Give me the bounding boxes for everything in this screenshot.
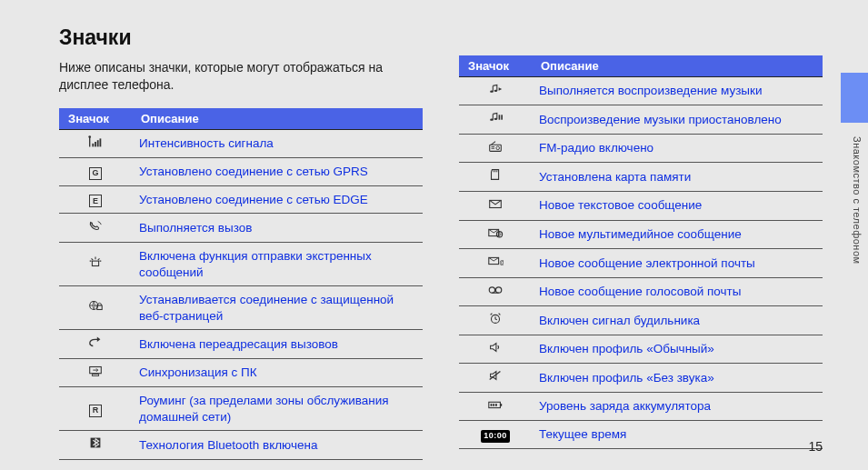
icon-description: Новое сообщение голосовой почты: [532, 277, 823, 306]
icon-description: Установлено соединение с сетью GPRS: [132, 158, 423, 186]
table-row: Установлена карта памяти: [459, 163, 823, 192]
table-row: 10:00Текущее время: [459, 421, 823, 449]
svg-point-14: [494, 118, 498, 120]
table-row: Новое текстовое сообщение: [459, 191, 823, 220]
letter-G-icon: G: [59, 158, 132, 186]
svg-point-27: [495, 286, 501, 292]
icons-table-right: Значок Описание Выполняется воспроизведе…: [459, 55, 823, 449]
table-row: Включен профиль «Без звука»: [459, 364, 823, 393]
table-row: Включен профиль «Обычный»: [459, 335, 823, 364]
sos-icon: [59, 242, 132, 285]
icon-description: Воспроизведение музыки приостановлено: [532, 105, 823, 135]
table-row: @Новое сообщение электронной почты: [459, 249, 823, 278]
letter-E-icon: E: [59, 185, 132, 214]
icon-description: Устанавливается соединение с защищенной …: [132, 286, 423, 330]
svg-point-26: [489, 286, 494, 292]
section-side-label: Знакомство с телефоном: [852, 136, 863, 265]
table-row: RРоуминг (за пределами зоны обслуживания…: [59, 387, 423, 431]
svg-rect-4: [100, 138, 102, 146]
battery-icon: [459, 392, 532, 421]
profile-silent-icon: [459, 364, 532, 393]
svg-rect-30: [500, 404, 502, 406]
columns: Значок Описание Интенсивность сигналаGУс…: [59, 108, 823, 460]
icon-description: Синхронизация с ПК: [132, 358, 423, 387]
table-row: Воспроизведение музыки приостановлено: [459, 105, 823, 135]
sdcard-icon: [459, 163, 532, 192]
profile-normal-icon: [459, 335, 532, 364]
icon-description: Включен сигнал будильника: [532, 306, 823, 335]
svg-point-11: [490, 90, 494, 92]
table-row: Включен сигнал будильника: [459, 306, 823, 335]
svg-rect-20: [492, 148, 495, 149]
mms-icon: [459, 220, 532, 249]
svg-rect-31: [491, 404, 493, 406]
intro-text: Ниже описаны значки, которые могут отобр…: [59, 59, 423, 94]
table-row: GУстановлено соединение с сетью GPRS: [59, 158, 423, 186]
radio-icon: [459, 134, 532, 163]
icons-table-left: Значок Описание Интенсивность сигналаGУс…: [59, 108, 423, 460]
svg-rect-19: [492, 146, 495, 147]
bluetooth-icon: [59, 431, 132, 460]
col-header-icon: Значок: [459, 55, 532, 77]
icon-description: Выполняется вызов: [132, 214, 423, 243]
page-number: 15: [808, 439, 823, 454]
col-header-desc: Описание: [532, 55, 823, 77]
svg-rect-33: [495, 404, 497, 406]
time-icon: 10:00: [459, 421, 532, 449]
svg-rect-9: [92, 374, 98, 375]
svg-point-18: [496, 146, 500, 150]
svg-point-12: [494, 89, 498, 91]
music-pause-icon: [459, 105, 532, 135]
forward-icon: [59, 330, 132, 359]
letter-R-icon: R: [59, 387, 132, 431]
icon-description: Новое текстовое сообщение: [532, 191, 823, 220]
icon-description: FM-радио включено: [532, 134, 823, 163]
icon-description: Включен профиль «Без звука»: [532, 364, 823, 393]
icon-description: Включена функция отправки экстренных соо…: [132, 242, 423, 285]
icon-description: Включена переадресация вызовов: [132, 330, 423, 359]
svg-rect-1: [92, 144, 94, 147]
svg-rect-32: [493, 404, 494, 406]
table-row: Включена переадресация вызовов: [59, 330, 423, 359]
music-play-icon: [459, 76, 532, 105]
table-row: Интенсивность сигнала: [59, 129, 423, 158]
icon-description: Установлена карта памяти: [532, 163, 823, 192]
col-header-desc: Описание: [132, 108, 423, 130]
page-title: Значки: [59, 25, 823, 50]
right-column: Значок Описание Выполняется воспроизведе…: [459, 55, 823, 449]
table-row: Включена функция отправки экстренных соо…: [59, 242, 423, 285]
svg-rect-16: [501, 115, 503, 120]
table-row: Новое сообщение голосовой почты: [459, 277, 823, 306]
svg-rect-15: [499, 115, 501, 120]
svg-rect-3: [97, 140, 99, 146]
icon-description: Новое мультимедийное сообщение: [532, 220, 823, 249]
left-column: Значок Описание Интенсивность сигналаGУс…: [59, 108, 423, 460]
icon-description: Интенсивность сигнала: [132, 129, 423, 158]
table-row: Устанавливается соединение с защищенной …: [59, 286, 423, 330]
icon-description: Роуминг (за пределами зоны обслуживания …: [132, 387, 423, 431]
icon-description: Технология Bluetooth включена: [132, 431, 423, 460]
icon-description: Новое сообщение электронной почты: [532, 249, 823, 278]
table-row: Технология Bluetooth включена: [59, 431, 423, 460]
voicemail-icon: [459, 277, 532, 306]
signal-icon: [59, 129, 132, 158]
svg-rect-2: [95, 142, 96, 146]
icon-description: Уровень заряда аккумулятора: [532, 392, 823, 421]
table-row: Уровень заряда аккумулятора: [459, 392, 823, 421]
table-row: EУстановлено соединение с сетью EDGE: [59, 185, 423, 214]
svg-text:@: @: [500, 259, 504, 265]
svg-rect-5: [92, 261, 98, 265]
col-header-icon: Значок: [59, 108, 132, 130]
table-row: Выполняется воспроизведение музыки: [459, 76, 823, 105]
sync-pc-icon: [59, 358, 132, 387]
icon-description: Установлено соединение с сетью EDGE: [132, 185, 423, 214]
icon-description: Выполняется воспроизведение музыки: [532, 76, 823, 105]
alarm-icon: [459, 306, 532, 335]
svg-point-0: [88, 135, 91, 138]
manual-page: Знакомство с телефоном 15 Значки Ниже оп…: [0, 0, 868, 470]
call-icon: [59, 214, 132, 243]
svg-point-13: [490, 119, 494, 121]
icon-description: Включен профиль «Обычный»: [532, 335, 823, 364]
table-row: Синхронизация с ПК: [59, 358, 423, 387]
section-tab: [841, 73, 868, 123]
